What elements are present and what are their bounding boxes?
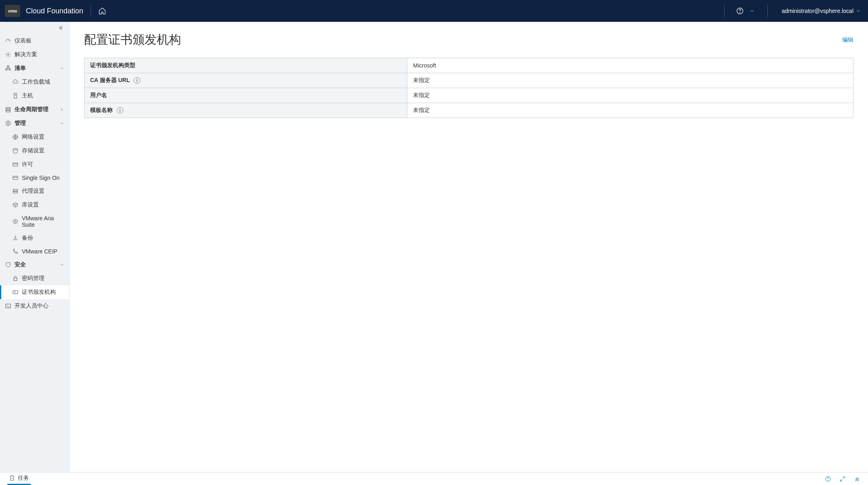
collapse-up-icon[interactable]	[853, 475, 861, 483]
sidebar-item-label: 生命周期管理	[15, 106, 48, 113]
card-icon	[12, 161, 19, 168]
page-title: 配置证书颁发机构	[84, 32, 181, 48]
sidebar-item-administration[interactable]: 管理	[0, 116, 69, 130]
lock-icon	[12, 275, 19, 282]
chevron-down-icon[interactable]	[748, 7, 756, 15]
svg-rect-9	[6, 111, 11, 112]
info-icon[interactable]: i	[117, 107, 123, 114]
row-value: 未指定	[407, 103, 853, 118]
sidebar-item-label: 工作负载域	[22, 78, 50, 86]
sidebar-item-label: 备份	[22, 234, 33, 242]
sidebar-item-ceip[interactable]: VMware CEIP	[0, 245, 69, 258]
sidebar-item-sso[interactable]: Single Sign On	[0, 171, 69, 184]
svg-rect-5	[9, 69, 11, 70]
tasks-tab[interactable]: 任务	[7, 472, 31, 485]
sidebar-item-label: 解决方案	[15, 51, 37, 58]
sidebar-item-label: 主机	[22, 92, 33, 99]
svg-point-1	[740, 13, 740, 13]
row-label-text: CA 服务器 URL	[90, 77, 130, 83]
sidebar-item-storage[interactable]: 存储设置	[0, 144, 69, 158]
sidebar-item-label: 安全	[15, 261, 26, 268]
row-value: 未指定	[407, 88, 853, 103]
svg-rect-4	[6, 69, 7, 70]
stack-icon	[5, 106, 11, 113]
server-icon	[12, 188, 19, 194]
ca-config-table: 证书颁发机构类型 Microsoft CA 服务器 URL i 未指定 用户名 …	[84, 58, 853, 118]
header-right: administrator@vsphere.local	[717, 5, 863, 17]
box-icon	[12, 202, 19, 208]
hierarchy-icon	[5, 65, 11, 72]
sidebar-item-label: 密码管理	[22, 275, 44, 282]
row-label-text: 模板名称	[90, 107, 113, 113]
tasks-label: 任务	[18, 474, 29, 482]
sidebar-item-inventory[interactable]: 清单	[0, 61, 69, 75]
gear-icon	[5, 120, 11, 127]
sidebar-item-label: VMware CEIP	[22, 248, 57, 255]
user-menu[interactable]: administrator@vsphere.local	[779, 8, 863, 14]
sidebar-item-network[interactable]: 网络设置	[0, 130, 69, 144]
card-icon	[12, 175, 19, 181]
sidebar-item-workload-domains[interactable]: 工作负载域	[0, 75, 69, 89]
sidebar-item-depot[interactable]: 库设置	[0, 198, 69, 212]
sidebar-item-label: 仪表板	[15, 37, 32, 44]
sidebar-item-developer-center[interactable]: 开发人员中心	[0, 299, 69, 313]
footer-bar: 任务	[0, 472, 868, 485]
edit-button[interactable]: 编辑	[842, 36, 853, 43]
info-icon[interactable]: i	[134, 77, 140, 84]
product-name: Cloud Foundation	[26, 7, 83, 15]
sidebar-item-password-management[interactable]: 密码管理	[0, 272, 69, 285]
row-label: 用户名	[84, 88, 407, 103]
sidebar-item-solutions[interactable]: 解决方案	[0, 48, 69, 61]
header-divider	[767, 5, 768, 17]
table-row: CA 服务器 URL i 未指定	[84, 73, 853, 88]
sidebar-item-label: Single Sign On	[22, 175, 59, 181]
sidebar-item-label: 开发人员中心	[15, 302, 48, 310]
sidebar-item-label: 网络设置	[22, 133, 44, 141]
svg-rect-7	[6, 108, 11, 109]
svg-rect-15	[13, 189, 18, 191]
table-row: 模板名称 i 未指定	[84, 103, 853, 118]
svg-rect-8	[6, 109, 11, 110]
svg-rect-16	[13, 192, 18, 193]
sidebar-item-lifecycle[interactable]: 生命周期管理	[0, 103, 69, 116]
gear-icon	[12, 218, 19, 225]
sidebar: 仪表板 解决方案 清单 工作负载域 主机 生命周期管理	[0, 22, 70, 472]
sidebar-item-label: 许可	[22, 161, 33, 168]
sidebar-item-label: 库设置	[22, 201, 39, 209]
sidebar-item-hosts[interactable]: 主机	[0, 89, 69, 103]
table-row: 证书颁发机构类型 Microsoft	[84, 58, 853, 73]
sidebar-collapse-button[interactable]	[0, 22, 69, 34]
footer-help-icon[interactable]	[824, 475, 832, 483]
svg-point-18	[13, 219, 18, 224]
sidebar-item-aria[interactable]: VMware Aria Suite	[0, 212, 69, 231]
storage-icon	[12, 148, 19, 154]
sidebar-item-backup[interactable]: 备份	[0, 231, 69, 245]
user-name: administrator@vsphere.local	[782, 8, 853, 14]
sidebar-item-dashboard[interactable]: 仪表板	[0, 34, 69, 48]
help-icon[interactable]	[736, 7, 744, 15]
svg-rect-6	[14, 93, 17, 98]
header-divider	[724, 5, 725, 17]
svg-point-24	[828, 480, 828, 481]
main-content: 配置证书颁发机构 编辑 证书颁发机构类型 Microsoft CA 服务器 UR…	[70, 22, 868, 472]
svg-point-17	[15, 221, 16, 222]
row-value: Microsoft	[407, 58, 853, 73]
svg-rect-19	[14, 278, 17, 280]
sidebar-item-proxy[interactable]: 代理设置	[0, 184, 69, 198]
sidebar-item-licensing[interactable]: 许可	[0, 158, 69, 171]
row-label: CA 服务器 URL i	[84, 73, 407, 88]
home-icon[interactable]	[98, 7, 106, 15]
sidebar-item-certificate-authority[interactable]: 证书颁发机构	[0, 285, 69, 299]
expand-icon[interactable]	[839, 475, 846, 483]
svg-rect-13	[13, 163, 18, 166]
chevron-down-icon	[59, 121, 64, 126]
row-label: 证书颁发机构类型	[84, 58, 407, 73]
svg-rect-14	[13, 176, 18, 179]
globe-icon	[12, 134, 19, 140]
sidebar-item-label: 证书颁发机构	[22, 289, 56, 296]
gear-icon	[5, 51, 11, 58]
row-label: 模板名称 i	[84, 103, 407, 118]
chevron-right-icon	[59, 107, 64, 112]
sidebar-item-label: 存储设置	[22, 147, 44, 154]
sidebar-item-security[interactable]: 安全	[0, 258, 69, 272]
